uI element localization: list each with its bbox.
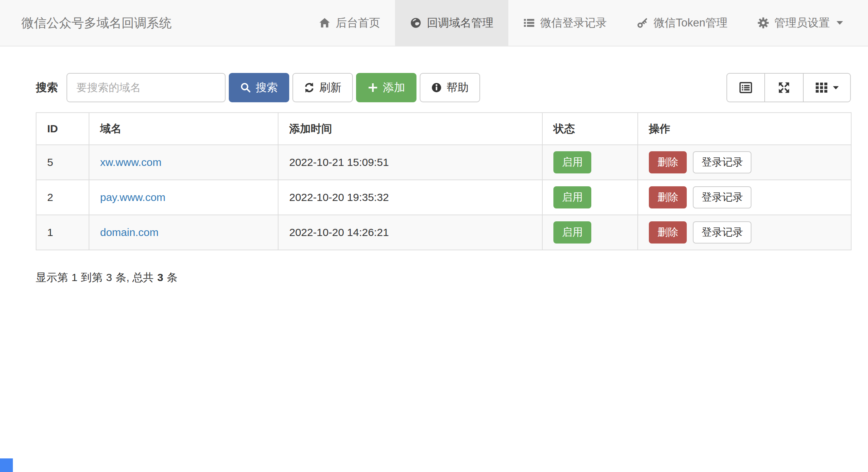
column-header-actions: 操作 — [638, 113, 851, 145]
status-enabled-button[interactable]: 启用 — [553, 151, 591, 173]
domain-link[interactable]: pay.www.com — [100, 191, 166, 203]
cell-id: 2 — [36, 180, 89, 215]
cell-added-time: 2022-10-20 19:35:32 — [278, 180, 542, 215]
home-icon — [319, 17, 330, 29]
column-header-id: ID — [36, 113, 89, 145]
nav-item-label: 回调域名管理 — [427, 15, 493, 30]
navbar: 微信公众号多域名回调系统 后台首页 回调域名管理 微信登录记录 微信Token管… — [0, 0, 868, 46]
cell-id: 1 — [36, 215, 89, 250]
column-header-added: 添加时间 — [278, 113, 542, 145]
add-button[interactable]: 添加 — [356, 73, 416, 102]
pagination-info: 显示第 1 到第 3 条, 总共 3 条 — [36, 270, 851, 285]
help-button[interactable]: 帮助 — [420, 73, 480, 102]
status-enabled-button[interactable]: 启用 — [553, 186, 591, 208]
cell-status: 启用 — [542, 145, 638, 180]
login-records-button[interactable]: 登录记录 — [693, 221, 751, 244]
fullscreen-button[interactable] — [765, 73, 804, 102]
search-button-label: 搜索 — [256, 80, 278, 95]
corner-marker — [0, 458, 13, 472]
refresh-button[interactable]: 刷新 — [292, 73, 353, 102]
globe-icon — [410, 17, 421, 29]
delete-button[interactable]: 删除 — [649, 151, 687, 173]
detail-view-icon — [739, 81, 752, 94]
pagination-to: 3 — [106, 271, 112, 284]
table-view-controls — [726, 73, 851, 102]
delete-button[interactable]: 删除 — [649, 186, 687, 208]
status-enabled-button[interactable]: 启用 — [553, 221, 591, 244]
list-icon — [523, 17, 535, 29]
search-input[interactable] — [66, 73, 226, 102]
nav-item-admin-settings[interactable]: 管理员设置 — [743, 0, 858, 46]
toolbar: 搜索 搜索 刷新 添加 — [36, 73, 851, 102]
cell-id: 5 — [36, 145, 89, 180]
columns-button[interactable] — [804, 73, 851, 102]
delete-button[interactable]: 删除 — [649, 221, 687, 244]
cell-actions: 删除 登录记录 — [638, 215, 851, 250]
cell-actions: 删除 登录记录 — [638, 145, 851, 180]
domain-link[interactable]: domain.com — [100, 226, 158, 238]
refresh-icon — [304, 82, 315, 93]
nav-item-login-records[interactable]: 微信登录记录 — [508, 0, 622, 46]
main-content: 搜索 搜索 刷新 添加 — [0, 73, 868, 285]
add-button-label: 添加 — [383, 80, 405, 95]
table-header-row: ID 域名 添加时间 状态 操作 — [36, 113, 851, 145]
navbar-menu: 后台首页 回调域名管理 微信登录记录 微信Token管理 管理员设置 — [304, 0, 868, 46]
cell-domain: domain.com — [89, 215, 278, 250]
search-icon — [240, 82, 251, 93]
cell-added-time: 2022-10-20 14:26:21 — [278, 215, 542, 250]
pagination-middle: 到第 — [81, 270, 103, 285]
caret-down-icon — [837, 21, 843, 25]
refresh-button-label: 刷新 — [319, 80, 341, 95]
cell-domain: pay.www.com — [89, 180, 278, 215]
domains-table: ID 域名 添加时间 状态 操作 5 xw.www.com 2022-10-21… — [36, 112, 852, 250]
login-records-button[interactable]: 登录记录 — [693, 151, 751, 173]
navbar-brand[interactable]: 微信公众号多域名回调系统 — [0, 0, 172, 46]
nav-item-label: 管理员设置 — [774, 15, 830, 30]
pagination-after-to: 条, 总共 — [115, 270, 154, 285]
nav-item-callback-domains[interactable]: 回调域名管理 — [395, 0, 508, 46]
help-button-label: 帮助 — [447, 80, 469, 95]
nav-item-dashboard[interactable]: 后台首页 — [304, 0, 395, 46]
plus-icon — [368, 82, 378, 93]
pagination-total: 3 — [157, 271, 163, 284]
cell-domain: xw.www.com — [89, 145, 278, 180]
search-button[interactable]: 搜索 — [229, 73, 289, 102]
nav-item-token-management[interactable]: 微信Token管理 — [622, 0, 743, 46]
cell-status: 启用 — [542, 180, 638, 215]
pagination-prefix: 显示第 — [36, 270, 68, 285]
search-form: 搜索 搜索 刷新 添加 — [36, 73, 480, 102]
table-row: 1 domain.com 2022-10-20 14:26:21 启用 删除 登… — [36, 215, 851, 250]
cell-actions: 删除 登录记录 — [638, 180, 851, 215]
search-label: 搜索 — [36, 80, 58, 95]
cell-added-time: 2022-10-21 15:09:51 — [278, 145, 542, 180]
column-header-domain: 域名 — [89, 113, 278, 145]
table-row: 2 pay.www.com 2022-10-20 19:35:32 启用 删除 … — [36, 180, 851, 215]
info-circle-icon — [431, 82, 442, 93]
nav-item-label: 微信登录记录 — [540, 15, 607, 30]
nav-item-label: 微信Token管理 — [654, 15, 728, 30]
gear-icon — [758, 17, 769, 29]
key-icon — [637, 17, 648, 29]
columns-grid-icon — [815, 81, 828, 94]
login-records-button[interactable]: 登录记录 — [693, 186, 751, 208]
domain-link[interactable]: xw.www.com — [100, 156, 162, 168]
pagination-unit: 条 — [167, 270, 178, 285]
nav-item-label: 后台首页 — [336, 15, 380, 30]
table-row: 5 xw.www.com 2022-10-21 15:09:51 启用 删除 登… — [36, 145, 851, 180]
caret-down-icon — [833, 86, 839, 89]
cell-status: 启用 — [542, 215, 638, 250]
pagination-from: 1 — [71, 271, 78, 284]
column-header-status: 状态 — [542, 113, 638, 145]
detail-view-button[interactable] — [726, 73, 765, 102]
fullscreen-icon — [778, 81, 790, 94]
